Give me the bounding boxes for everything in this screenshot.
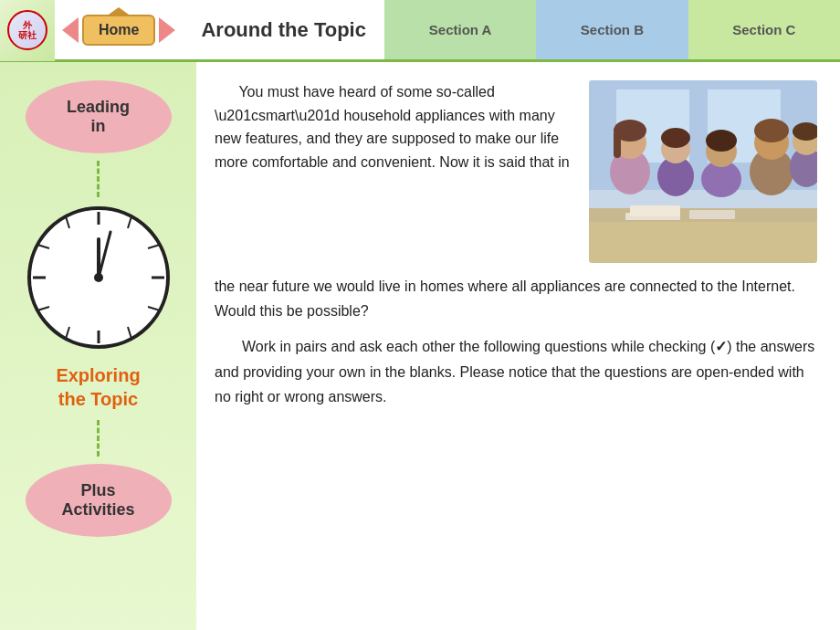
svg-point-34 <box>706 130 737 152</box>
content-area: You must have heard of some so-called \u… <box>196 62 840 630</box>
paragraph-2-text: Work in pairs and ask each other the fol… <box>215 334 817 409</box>
exploring-label: Exploringthe Topic <box>56 363 140 411</box>
svg-rect-28 <box>614 131 621 158</box>
plus-activities-label: PlusActivities <box>61 481 134 520</box>
dashed-line-top <box>97 161 100 197</box>
checkmark-symbol: ✓ <box>715 339 727 354</box>
svg-point-15 <box>94 273 103 282</box>
clock <box>26 205 172 351</box>
leading-in-label: Leadingin <box>67 98 130 136</box>
logo-area: 外研社 <box>0 0 55 61</box>
svg-rect-24 <box>689 210 735 219</box>
students-photo <box>589 80 817 263</box>
plus-activities-ellipse[interactable]: PlusActivities <box>26 464 172 537</box>
home-button[interactable]: Home <box>82 15 155 46</box>
logo-icon: 外研社 <box>7 10 47 50</box>
svg-rect-21 <box>589 222 817 263</box>
main-area: Leadingin <box>0 62 840 630</box>
leading-in-ellipse[interactable]: Leadingin <box>26 80 172 153</box>
content-top: You must have heard of some so-called \u… <box>215 80 817 263</box>
svg-rect-23 <box>630 205 680 216</box>
svg-point-37 <box>754 119 789 142</box>
clock-svg <box>26 205 172 351</box>
photo-svg <box>589 80 817 263</box>
home-nav: Home <box>55 15 183 46</box>
header: 外研社 Home Around the Topic Section A Sect… <box>0 0 840 62</box>
tab-section-a[interactable]: Section A <box>384 0 536 59</box>
paragraph-1-continuation: the near future we would live in homes w… <box>215 274 817 323</box>
paragraph-1-text: You must have heard of some so-called \u… <box>215 80 575 263</box>
tab-section-b[interactable]: Section B <box>536 0 688 59</box>
tab-section-c[interactable]: Section C <box>688 0 840 59</box>
svg-point-31 <box>661 128 690 148</box>
next-arrow-icon[interactable] <box>159 17 175 43</box>
nav-tabs: Section A Section B Section C <box>384 0 840 59</box>
dashed-line-bottom <box>97 420 100 457</box>
prev-arrow-icon[interactable] <box>62 17 79 43</box>
sidebar: Leadingin <box>0 62 196 630</box>
page-title: Around the Topic <box>183 18 383 42</box>
